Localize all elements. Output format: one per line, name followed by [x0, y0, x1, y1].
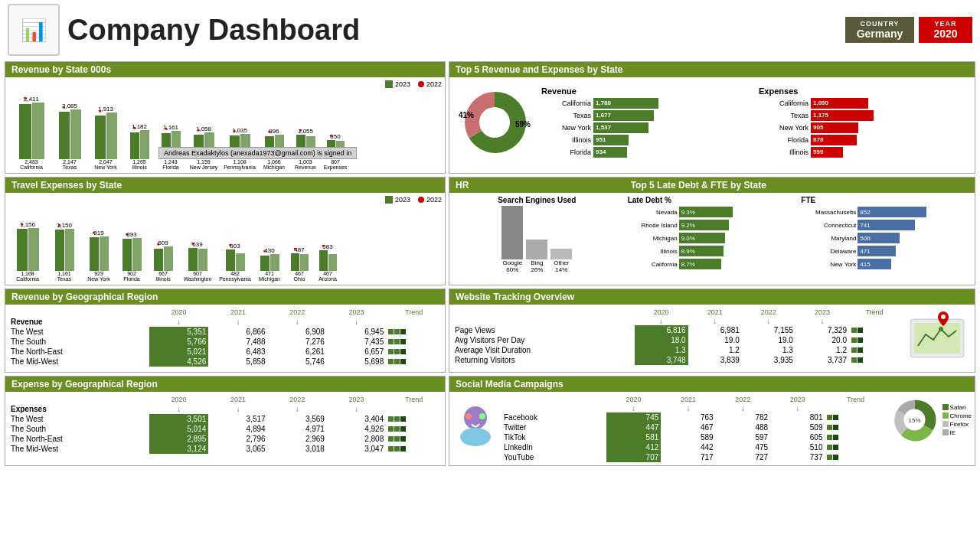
se-bing: Bing 26% — [526, 240, 547, 273]
table-row: The North-East 5,021 6,483 6,261 6,657 — [8, 347, 442, 357]
top5-header: Top 5 Revenue and Expenses by State — [449, 62, 975, 77]
travel-bar-ohio: 487 ● 467 Ohio — [286, 246, 313, 282]
legend-2022: 2022 — [418, 80, 442, 88]
svg-point-5 — [941, 315, 946, 319]
country-label: COUNTRY — [856, 20, 903, 28]
logo: 📊 — [8, 4, 60, 56]
travel-expenses-section: Travel Expenses by State 2023 2022 1,156… — [5, 177, 446, 285]
travel-bar-pa: 603 ● 482 Pennsylvania — [217, 243, 253, 282]
year-label: YEAR — [929, 20, 962, 28]
fte-list: FTE Massachusetts 852 Connecticut 741 Ma… — [801, 196, 972, 272]
table-row: Facebook 745 763 782 801 — [501, 412, 887, 422]
donut-legend-item: Chrome — [942, 412, 972, 419]
table-row: Page Views 6,816 6,981 7,155 7,329 — [452, 325, 900, 335]
search-engines-title: Search Engines Used — [452, 196, 622, 204]
website-tracking-section: Website Tracking Overview 2020 2021 2022… — [449, 289, 975, 373]
bar-illinois: 1,182 ● 1,265 Illinois — [124, 123, 155, 170]
table-row: The North-East 2,895 2,796 2,969 2,808 — [8, 434, 442, 444]
svg-point-7 — [460, 428, 491, 446]
travel-legend-2022: 2022 — [418, 196, 442, 204]
table-row: YouTube 707 717 727 737 — [501, 452, 887, 462]
social-media-header: Social Media Campaigns — [449, 377, 975, 392]
travel-bar-newyork: 919 ● 929 New York — [82, 230, 116, 282]
bar-texas: 2,085 ● 2,147 Texas — [52, 103, 87, 170]
table-row: TikTok 581 589 597 605 — [501, 432, 887, 442]
country-badge[interactable]: COUNTRY Germany — [845, 17, 914, 43]
travel-bar-illinois: 609 ● 667 Illinois — [148, 240, 178, 282]
travel-bar-mi: 430 ● 471 Michigan — [254, 247, 285, 282]
travel-bar-texas: 1,150 ● 1,161 Texas — [47, 222, 81, 282]
travel-bar-california: 1,156 ● 1,168 California — [8, 221, 47, 282]
hr-late-debt-section: HR Search Engines Used Google 60% Bing 2… — [449, 177, 975, 285]
website-tracking-header: Website Tracking Overview — [449, 289, 975, 305]
tooltip-banner: Andreas Exadaktylos (anexada1973@gmail.c… — [158, 147, 357, 159]
table-row: Twitter 447 467 488 509 — [501, 422, 887, 432]
bar-newyork: 1,913 ● 2,047 New York — [88, 106, 123, 170]
map-visual — [903, 308, 972, 369]
revenue-list: Revenue California 1,788 Texas 1,677 New… — [541, 86, 754, 159]
bar-california: 2,411 ● 2,483 California — [11, 96, 51, 170]
table-row: The West 5,351 6,866 6,908 6,945 — [8, 327, 442, 337]
se-google: Google 60% — [501, 206, 523, 273]
header-badges: COUNTRY Germany YEAR 2020 — [845, 17, 972, 43]
table-row: Avg Visitors Per Day 18.0 19.0 19.0 20.0 — [452, 335, 900, 345]
year-badge[interactable]: YEAR 2020 — [919, 17, 972, 43]
hr-header: HR — [449, 178, 625, 193]
se-other: Other 14% — [550, 249, 572, 273]
travel-bar-az: 583 ● 467 Arizona — [314, 243, 341, 282]
table-row: Returning Visitors 3,748 3,839 3,935 3,7… — [452, 355, 900, 365]
donut-legend-item: Firefox — [942, 421, 972, 428]
svg-point-1 — [479, 107, 510, 138]
travel-bar-florida: 893 ● 902 Florida — [116, 231, 147, 282]
late-debt-header: Top 5 Late Debt & FTE by State — [625, 178, 975, 193]
svg-rect-3 — [914, 323, 960, 354]
expense-geo-section: Expense by Geographical Region 2020 2021… — [5, 376, 446, 466]
country-value: Germany — [856, 28, 903, 40]
revenue-geo-header: Revenue by Geographical Region — [5, 289, 445, 305]
header-left: 📊 Company Dashboard — [8, 4, 360, 56]
revenue-geo-section: Revenue by Geographical Region 2020 2021… — [5, 289, 446, 373]
table-row: The West 3,501 3,517 3,569 3,404 — [8, 414, 442, 424]
table-row: The Mid-West 3,124 3,065 3,018 3,047 — [8, 444, 442, 454]
travel-legend-2023: 2023 — [385, 196, 410, 204]
svg-point-4 — [939, 327, 943, 331]
pie-chart: 41% 59% — [452, 80, 537, 165]
social-media-section: Social Media Campaigns 2020 2021 — [449, 376, 975, 466]
browser-donut: 15% Safari Chrome Firefox IE — [890, 395, 972, 445]
year-value: 2020 — [929, 28, 962, 40]
expenses-list: Expenses California 1,090 Texas 1,175 Ne… — [759, 86, 972, 159]
legend-2023: 2023 — [385, 80, 410, 88]
table-row: The Mid-West 4,526 5,858 5,746 5,698 — [8, 357, 442, 367]
svg-point-8 — [466, 413, 472, 419]
top5-section: Top 5 Revenue and Expenses by State 41% … — [449, 61, 975, 174]
late-debt-list: Late Debt % Nevada 9.3% Rhode Island 9.2… — [628, 196, 799, 272]
svg-point-9 — [479, 413, 485, 419]
revenue-by-state-section: Revenue by State 000s 2023 2022 2,411 ● — [5, 61, 446, 174]
social-icon-visual — [452, 395, 498, 456]
donut-legend-item: Safari — [942, 404, 972, 411]
svg-text:15%: 15% — [908, 417, 920, 424]
table-row: The South 5,766 7,488 7,276 7,435 — [8, 337, 442, 347]
travel-bar-washington: 639 ● 607 Washington — [179, 241, 216, 282]
donut-legend-item: IE — [942, 429, 972, 436]
table-row: LinkedIn 412 442 475 510 — [501, 442, 887, 452]
table-row: The South 5,014 4,894 4,971 4,926 — [8, 424, 442, 434]
table-row: Average Visit Duration 1.3 1.2 1.3 1.2 — [452, 345, 900, 355]
page-title: Company Dashboard — [67, 14, 360, 47]
expense-geo-header: Expense by Geographical Region — [5, 377, 445, 392]
header: 📊 Company Dashboard COUNTRY Germany YEAR… — [0, 0, 980, 60]
travel-expenses-header: Travel Expenses by State — [5, 178, 445, 193]
revenue-by-state-header: Revenue by State 000s — [5, 62, 445, 77]
